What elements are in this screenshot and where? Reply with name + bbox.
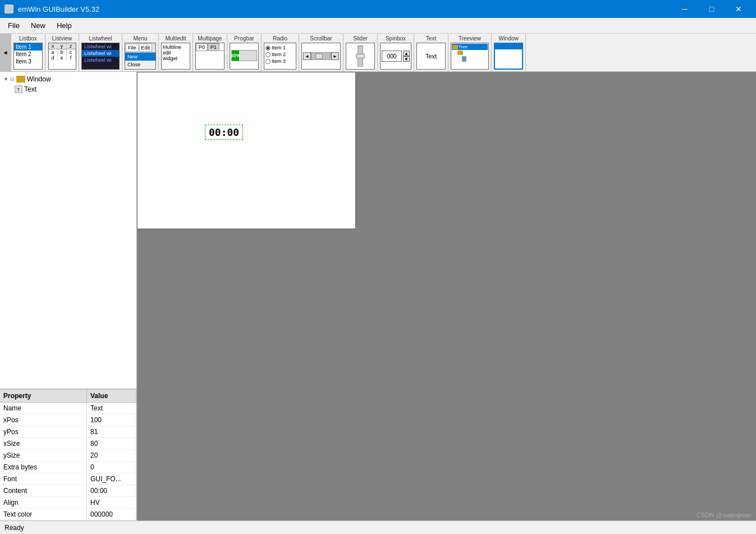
toolbar-widget-radio[interactable]: Radio Item 1 Item 2 Item 3	[262, 34, 299, 71]
prop-row-ysize: ySize 20	[0, 450, 136, 462]
text-widget-label: Text	[426, 35, 436, 42]
menu-file[interactable]: File	[2, 19, 25, 32]
prop-xpos-label: xPos	[0, 414, 87, 426]
listwheel-label: Listwheel	[89, 35, 112, 42]
prop-extrabytes-label: Extra bytes	[0, 462, 87, 473]
prop-header: Property Value	[0, 390, 136, 403]
spinbox-preview: 000 ▲ ▼	[380, 43, 411, 70]
prop-header-property: Property	[0, 390, 87, 402]
toolbar: ◄ Listbox Item 1 Item 2 Item 3 Listview …	[0, 34, 756, 72]
prop-xpos-value[interactable]: 100	[87, 414, 136, 426]
multiedit-label: Multiedit	[165, 35, 186, 42]
prop-ysize-value[interactable]: 20	[87, 450, 136, 461]
progbar-label: Progbar	[234, 35, 254, 42]
listview-preview: x y z a b c d e f	[48, 43, 76, 70]
toolbar-widget-multiedit[interactable]: Multiedit Multiline edit widget	[159, 34, 193, 71]
prop-content-label: Content	[0, 485, 87, 496]
spinbox-label: Spinbox	[386, 35, 406, 42]
menu-new[interactable]: New	[25, 19, 51, 32]
canvas-area: 00:00 CSDN @suqingxiao	[137, 72, 756, 521]
prop-row-textcolor: Text color 000000	[0, 509, 136, 521]
toolbar-nav-left[interactable]: ◄	[0, 34, 11, 71]
listbox-item-3: Item 3	[14, 58, 42, 65]
prop-textcolor-value[interactable]: 000000	[87, 509, 136, 520]
prop-align-value[interactable]: HV	[87, 497, 136, 508]
multipage-label: Multipage	[198, 35, 222, 42]
radio-label: Radio	[273, 35, 287, 42]
toolbar-widget-spinbox[interactable]: Spinbox 000 ▲ ▼	[378, 34, 414, 71]
toolbar-widget-progbar[interactable]: Progbar 30%	[227, 34, 262, 71]
listbox-item-2: Item 2	[14, 51, 42, 58]
prop-xsize-value[interactable]: 80	[87, 438, 136, 449]
listwheel-preview: Listwheel wi Listwheel wi Listwheel wi	[81, 43, 120, 70]
text-widget[interactable]: 00:00	[205, 125, 243, 140]
prop-content-value[interactable]: 00:00	[87, 485, 136, 496]
prop-row-extrabytes: Extra bytes 0	[0, 462, 136, 473]
prop-row-ypos: yPos 81	[0, 426, 136, 438]
status-text: Ready	[4, 524, 24, 532]
toolbar-widget-slider[interactable]: Slider	[343, 34, 378, 71]
treeview-preview: Tree	[451, 43, 489, 70]
toolbar-widget-listbox[interactable]: Listbox Item 1 Item 2 Item 3	[11, 34, 45, 71]
text-preview: Text	[416, 43, 446, 70]
prop-name-label: Name	[0, 403, 87, 414]
prop-textcolor-label: Text color	[0, 509, 87, 520]
window-preview	[494, 43, 523, 70]
toolbar-widget-listview[interactable]: Listview x y z a b c d e f	[45, 34, 79, 71]
multiedit-preview: Multiline edit widget	[161, 43, 190, 70]
slider-label: Slider	[353, 35, 368, 42]
toolbar-widget-multipage[interactable]: Multipage P0 P1	[193, 34, 227, 71]
canvas-window[interactable]: 00:00	[137, 72, 356, 229]
progbar-preview: 30%	[230, 43, 259, 70]
prop-font-value[interactable]: GUI_FO...	[87, 473, 136, 485]
tree-item-window[interactable]: ▼ ⊟ Window	[2, 74, 134, 84]
main-area: ▼ ⊟ Window T Text Property Value Name Te…	[0, 72, 756, 521]
prop-row-align: Align HV	[0, 497, 136, 509]
prop-row-name: Name Text	[0, 403, 136, 414]
prop-ypos-value[interactable]: 81	[87, 426, 136, 437]
titlebar: emWin GUIBuilder V5.32 ─ □ ✕	[0, 0, 756, 18]
treeview-label: Treeview	[459, 35, 481, 42]
toolbar-widget-window[interactable]: Window	[492, 34, 526, 71]
prop-ypos-label: yPos	[0, 426, 87, 437]
window-folder-icon	[16, 76, 25, 83]
properties-panel: Property Value Name Text xPos 100 yPos 8…	[0, 389, 136, 521]
maximize-button[interactable]: □	[699, 0, 725, 18]
app-title: emWin GUIBuilder V5.32	[18, 5, 99, 13]
toolbar-widget-text[interactable]: Text Text	[414, 34, 448, 71]
titlebar-title: emWin GUIBuilder V5.32	[4, 4, 99, 13]
prop-font-label: Font	[0, 473, 87, 485]
menu-help[interactable]: Help	[51, 19, 77, 32]
left-panel: ▼ ⊟ Window T Text Property Value Name Te…	[0, 72, 137, 521]
toolbar-widget-treeview[interactable]: Treeview Tree	[448, 34, 492, 71]
minimize-button[interactable]: ─	[672, 0, 698, 18]
titlebar-controls: ─ □ ✕	[672, 0, 752, 18]
scrollbar-label: Scrollbar	[310, 35, 332, 42]
slider-preview	[346, 43, 375, 70]
tree-window-label: Window	[27, 75, 51, 83]
scrollbar-preview: ◄ ►	[301, 43, 341, 70]
menu-preview: File Edit New Close	[125, 43, 156, 70]
prop-extrabytes-value[interactable]: 0	[87, 462, 136, 473]
listbox-label: Listbox	[19, 35, 37, 42]
listbox-item-1: Item 1	[14, 43, 42, 51]
menubar: File New Help	[0, 18, 756, 34]
radio-preview: Item 1 Item 2 Item 3	[264, 43, 296, 70]
prop-name-value[interactable]: Text	[87, 403, 136, 414]
prop-header-value: Value	[87, 390, 136, 402]
multipage-preview: P0 P1	[195, 43, 224, 70]
prop-align-label: Align	[0, 497, 87, 508]
window-widget-label: Window	[498, 35, 519, 42]
tree-panel: ▼ ⊟ Window T Text	[0, 72, 136, 389]
prop-row-xsize: xSize 80	[0, 438, 136, 450]
toolbar-widget-scrollbar[interactable]: Scrollbar ◄ ►	[299, 34, 343, 71]
menu-label: Menu	[133, 35, 147, 42]
tree-expand-icon: ▼	[3, 76, 8, 82]
statusbar: Ready	[0, 521, 756, 534]
tree-text-label: Text	[24, 85, 36, 93]
toolbar-widget-menu[interactable]: Menu File Edit New Close	[122, 34, 159, 71]
toolbar-widget-listwheel[interactable]: Listwheel Listwheel wi Listwheel wi List…	[79, 34, 122, 71]
prop-row-xpos: xPos 100	[0, 414, 136, 426]
tree-item-text[interactable]: T Text	[2, 84, 134, 94]
close-button[interactable]: ✕	[726, 0, 752, 18]
